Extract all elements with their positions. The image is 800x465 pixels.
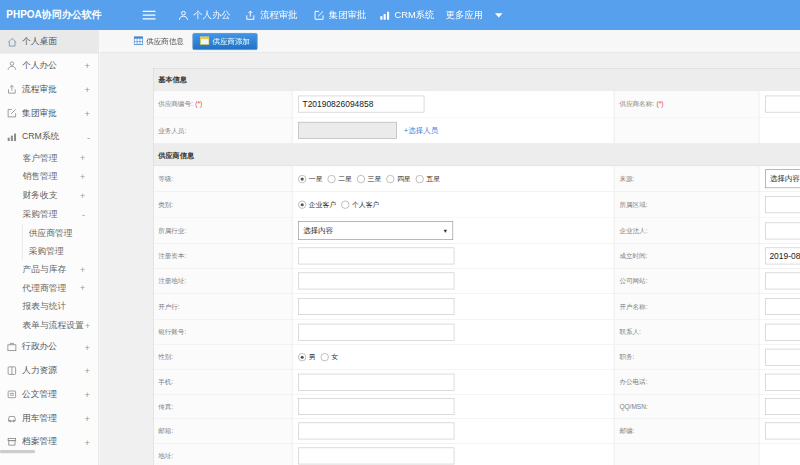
radio-one-star[interactable]: 一星 [298,174,322,183]
nav-group-approval[interactable]: 集团审批 [314,9,367,21]
registered-address-input[interactable] [298,273,454,290]
expand-plus-icon[interactable]: + [85,342,90,353]
expand-plus-icon[interactable]: + [85,321,90,331]
radio-five-star[interactable]: 五星 [416,174,440,183]
field-label: 邮编: [614,419,759,443]
region-input[interactable] [765,196,800,213]
sidebar-item-group-approval[interactable]: 集团审批 + [0,101,98,125]
nav-personal-office[interactable]: 个人办公 [178,9,231,21]
contact-input[interactable] [765,324,800,341]
sidebar-item-crm[interactable]: CRM系统 - [0,125,98,149]
form-row-supplier-code: 供应商编号:(*) T20190826094858 供应商名称:(*) [154,91,800,118]
account-name-input[interactable] [765,298,800,315]
section-supplier-info: 供应商信息 [154,144,800,167]
sidebar-item-workflow[interactable]: 流程审批 + [0,78,98,102]
email-input[interactable] [298,423,454,440]
form-row-industry: 所属行业: 选择内容▼ 企业法人: [154,218,800,244]
qq-msn-input[interactable] [765,398,800,415]
radio-two-star[interactable]: 二星 [328,174,352,183]
expand-plus-icon[interactable]: + [85,365,90,376]
field-label: 业务人员: [154,118,292,144]
sidebar-item-sales-mgmt[interactable]: 销售管理 + [0,168,98,187]
sidebar-item-hr[interactable]: 人力资源 + [0,359,98,383]
field-label: 地址: [154,444,292,465]
edit-icon [7,108,18,119]
position-input[interactable] [765,349,800,366]
form-row-category: 类别: 企业客户 个人客户 所属区域: [154,192,800,218]
expand-plus-icon[interactable]: + [80,172,85,182]
radio-enterprise-customer[interactable]: 企业客户 [298,200,336,209]
nav-crm-system[interactable]: CRM系统 [379,9,434,21]
expand-plus-icon[interactable]: + [80,191,85,201]
website-input[interactable] [765,273,800,290]
chevron-down-icon [495,13,503,17]
expand-plus-icon[interactable]: + [85,437,90,448]
collapse-minus-icon[interactable]: - [82,209,85,219]
sidebar-item-documents[interactable]: 公文管理 + [0,383,98,407]
field-label: 公司网站: [614,269,759,293]
field-label: 开户行: [154,294,292,320]
expand-plus-icon[interactable]: + [80,283,85,293]
supplier-code-input[interactable]: T20190826094858 [298,95,424,112]
tab-supplier-info[interactable]: 供应商信息 [134,36,184,47]
sidebar-item-purchase-mgmt[interactable]: 采购管理 - [0,205,98,224]
sidebar-item-vehicles[interactable]: 用车管理 + [0,406,98,430]
sidebar-item-personal-office[interactable]: 个人办公 + [0,54,98,78]
sidebar-item-admin-office[interactable]: 行政办公 + [0,335,98,359]
office-phone-input[interactable] [765,374,800,391]
address-input[interactable] [298,448,454,465]
expand-plus-icon[interactable]: + [85,389,90,400]
bank-input[interactable] [298,298,454,315]
field-label: 邮箱: [154,419,292,443]
industry-select[interactable]: 选择内容▼ [298,221,453,240]
bar-chart-icon [7,132,18,143]
form-row-registered-capital: 注册资本: 成立时间: 2019-08-26 [154,244,800,269]
mobile-input[interactable] [298,374,454,391]
sales-person-input[interactable] [298,122,397,139]
founding-date-input[interactable]: 2019-08-26 [765,248,800,265]
field-label: 银行账号: [154,320,292,344]
sidebar-item-purchasing[interactable]: 采购管理 [23,242,99,260]
sidebar-item-supplier-mgmt[interactable]: 供应商管理 [23,224,99,242]
expand-plus-icon[interactable]: + [85,413,90,424]
registered-capital-input[interactable] [298,248,454,265]
source-select[interactable]: 选择内容▼ [765,169,800,188]
sidebar-item-finance[interactable]: 财务收支 + [0,186,98,205]
nav-workflow-approval[interactable]: 流程审批 [245,9,298,21]
postcode-input[interactable] [765,423,800,440]
main-content: 基本信息 供应商编号:(*) T20190826094858 供应商名称:(*)… [99,53,800,465]
bank-account-input[interactable] [298,324,454,341]
expand-plus-icon[interactable]: + [80,153,85,163]
sidebar-item-agent-mgmt[interactable]: 代理商管理 + [0,279,98,298]
radio-three-star[interactable]: 三星 [357,174,381,183]
radio-male[interactable]: 男 [298,353,316,362]
sidebar-item-form-flow-settings[interactable]: 表单与流程设置 + [0,316,98,335]
expand-plus-icon[interactable]: + [80,264,85,274]
menu-toggle-icon[interactable] [143,8,156,21]
sidebar-item-products-inventory[interactable]: 产品与库存 + [0,260,98,279]
sidebar-item-reports[interactable]: 报表与统计 [0,298,98,317]
field-label: 开户名称: [614,294,759,320]
expand-plus-icon[interactable]: + [85,60,90,71]
tab-supplier-add-active[interactable]: 供应商添加 [193,33,258,50]
field-label: 等级: [154,166,292,191]
radio-female[interactable]: 女 [321,353,339,362]
sidebar-item-customer-mgmt[interactable]: 客户管理 + [0,149,98,168]
document-icon [7,389,18,400]
field-label: 办公电话: [614,370,759,394]
horizontal-scrollbar[interactable] [0,450,35,453]
supplier-name-input[interactable] [765,95,800,112]
choose-person-link[interactable]: +选择人员 [404,125,438,136]
collapse-minus-icon[interactable]: - [87,132,90,143]
sidebar-item-desktop[interactable]: 个人桌面 [0,30,98,54]
radio-four-star[interactable]: 四星 [386,174,410,183]
nav-more-apps[interactable]: 更多应用 [446,9,503,21]
expand-plus-icon[interactable]: + [85,108,90,119]
field-label: 所属区域: [614,192,759,218]
window-grid-icon [134,36,143,47]
field-label: 联系人: [614,320,759,344]
fax-input[interactable] [298,398,454,415]
radio-individual-customer[interactable]: 个人客户 [341,200,379,209]
legal-person-input[interactable] [765,222,800,239]
expand-plus-icon[interactable]: + [85,84,90,95]
